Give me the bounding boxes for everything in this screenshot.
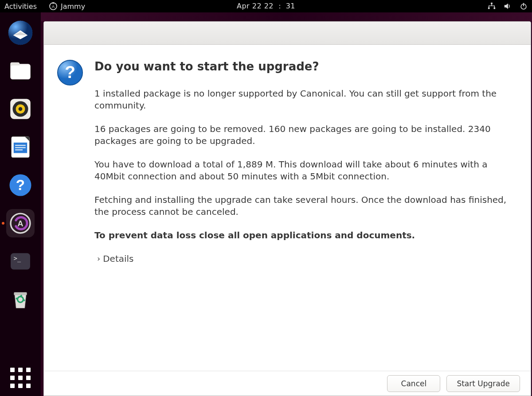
- dialog-paragraph: You have to download a total of 1,889 M.…: [94, 159, 515, 182]
- svg-rect-4: [494, 8, 496, 9]
- dialog-question-icon: ?: [56, 59, 86, 362]
- window-titlebar[interactable]: [44, 22, 531, 45]
- trash-icon: [9, 288, 32, 311]
- svg-text:>_: >_: [14, 255, 21, 262]
- folder-icon: [8, 58, 33, 83]
- clock[interactable]: Apr 22 22 ： 31: [237, 2, 295, 11]
- dialog-paragraph: 1 installed package is no longer support…: [94, 88, 515, 112]
- svg-rect-20: [15, 147, 26, 148]
- details-expander[interactable]: › Details: [94, 253, 515, 265]
- app-menu-label: Jammy: [61, 2, 85, 11]
- dock-item-trash[interactable]: [6, 285, 35, 314]
- dock-item-files[interactable]: [6, 57, 35, 85]
- dialog-button-row: Cancel Start Upgrade: [44, 371, 531, 396]
- volume-icon[interactable]: [504, 2, 512, 10]
- dock-item-help[interactable]: ?: [6, 171, 35, 199]
- svg-rect-11: [11, 66, 30, 79]
- writer-icon: [8, 135, 32, 159]
- wallpaper: [41, 12, 532, 21]
- svg-rect-3: [488, 8, 490, 9]
- dialog-content: ? Do you want to start the upgrade? 1 in…: [44, 45, 531, 371]
- svg-rect-19: [15, 145, 26, 146]
- details-label: Details: [103, 253, 133, 265]
- svg-point-15: [19, 107, 23, 111]
- software-updater-icon: A: [8, 211, 32, 235]
- power-icon[interactable]: [520, 2, 528, 10]
- dock-item-rhythmbox[interactable]: [6, 95, 35, 123]
- network-icon[interactable]: [488, 2, 496, 10]
- cancel-button[interactable]: Cancel: [387, 375, 440, 392]
- svg-text:?: ?: [65, 62, 75, 82]
- running-indicator: [2, 222, 4, 225]
- updater-indicator-icon: A: [49, 2, 57, 10]
- activities-button[interactable]: Activities: [4, 2, 37, 11]
- show-apps-button[interactable]: [10, 368, 31, 388]
- terminal-icon: >_: [8, 249, 32, 273]
- dock-item-thunderbird[interactable]: [6, 19, 35, 47]
- svg-rect-2: [491, 3, 493, 4]
- dock-item-software-updater[interactable]: A: [6, 209, 35, 237]
- app-menu[interactable]: A Jammy: [49, 2, 85, 11]
- svg-rect-28: [14, 292, 27, 295]
- svg-rect-21: [15, 149, 23, 151]
- dialog-heading: Do you want to start the upgrade?: [94, 59, 515, 74]
- dock-item-writer[interactable]: [6, 133, 35, 161]
- dialog-paragraph: 16 packages are going to be removed. 160…: [94, 123, 515, 147]
- start-upgrade-button[interactable]: Start Upgrade: [446, 375, 520, 392]
- chevron-right-icon: ›: [97, 253, 100, 264]
- dock-item-terminal[interactable]: >_: [6, 247, 35, 276]
- dialog-paragraph: Fetching and installing the upgrade can …: [94, 194, 515, 218]
- speaker-icon: [8, 97, 33, 121]
- upgrade-dialog-window: ? Do you want to start the upgrade? 1 in…: [43, 21, 531, 396]
- top-panel: Activities A Jammy Apr 22 22 ： 31: [0, 0, 532, 12]
- svg-text:A: A: [17, 219, 23, 228]
- svg-text:A: A: [52, 4, 55, 9]
- svg-text:?: ?: [16, 177, 25, 193]
- help-icon: ?: [8, 173, 33, 198]
- dialog-warning: To prevent data loss close all open appl…: [94, 229, 515, 241]
- dock: ? A >_: [0, 12, 41, 396]
- thunderbird-icon: [8, 20, 33, 46]
